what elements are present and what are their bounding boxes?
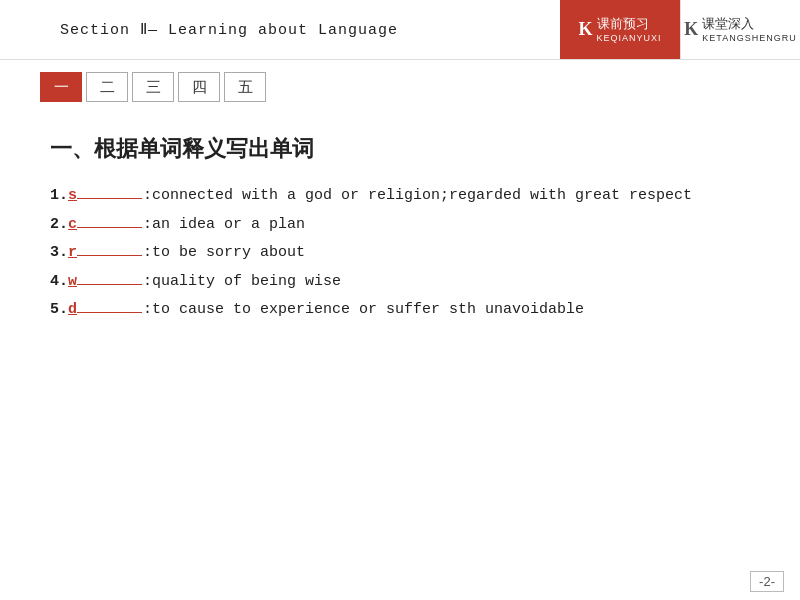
btn-left-sub: KEQIANYUXI	[597, 33, 662, 43]
question-number: 4.	[50, 268, 68, 297]
question-blank	[77, 298, 142, 313]
header: Section Ⅱ— Learning about Language K 课前预…	[0, 0, 800, 60]
question-number: 3.	[50, 239, 68, 268]
tab-item-四[interactable]: 四	[178, 72, 220, 102]
question-list: 1.s:connected with a god or religion;reg…	[50, 182, 750, 325]
k-right-icon: K	[684, 19, 698, 40]
main-content: 一、根据单词释义写出单词 1.s:connected with a god or…	[0, 114, 800, 345]
k-left-icon: K	[578, 19, 592, 40]
btn-right-main: 课堂深入	[702, 16, 754, 32]
question-definition: :to cause to experience or suffer sth un…	[143, 296, 584, 325]
question-number: 5.	[50, 296, 68, 325]
ketangshengru-button[interactable]: K 课堂深入 KETANGSHENGRU	[680, 0, 800, 59]
tab-item-二[interactable]: 二	[86, 72, 128, 102]
question-blank	[77, 184, 142, 199]
question-letter: w	[68, 268, 77, 297]
question-definition: :connected with a god or religion;regard…	[143, 182, 692, 211]
question-number: 2.	[50, 211, 68, 240]
question-letter: d	[68, 296, 77, 325]
header-title: Section Ⅱ— Learning about Language	[0, 0, 560, 59]
tab-bar: 一二三四五	[0, 60, 800, 114]
btn-right-text: 课堂深入 KETANGSHENGRU	[702, 16, 796, 43]
question-blank	[77, 213, 142, 228]
question-definition: :quality of being wise	[143, 268, 341, 297]
btn-left-main: 课前预习	[597, 16, 649, 32]
question-blank	[77, 241, 142, 256]
page-number: -2-	[750, 571, 784, 592]
tab-item-三[interactable]: 三	[132, 72, 174, 102]
section-heading: 一、根据单词释义写出单词	[50, 134, 750, 164]
keqianyuxi-button[interactable]: K 课前预习 KEQIANYUXI	[560, 0, 680, 59]
question-item: 4.w:quality of being wise	[50, 268, 750, 297]
question-number: 1.	[50, 182, 68, 211]
question-item: 5.d:to cause to experience or suffer sth…	[50, 296, 750, 325]
question-letter: c	[68, 211, 77, 240]
btn-left-text: 课前预习 KEQIANYUXI	[597, 16, 662, 43]
question-definition: :an idea or a plan	[143, 211, 305, 240]
question-letter: r	[68, 239, 77, 268]
question-item: 2.c:an idea or a plan	[50, 211, 750, 240]
question-letter: s	[68, 182, 77, 211]
question-item: 1.s:connected with a god or religion;reg…	[50, 182, 750, 211]
section-title-text: Section Ⅱ— Learning about Language	[60, 20, 398, 39]
btn-right-sub: KETANGSHENGRU	[702, 33, 796, 43]
question-item: 3.r:to be sorry about	[50, 239, 750, 268]
question-definition: :to be sorry about	[143, 239, 305, 268]
tab-item-一[interactable]: 一	[40, 72, 82, 102]
tab-item-五[interactable]: 五	[224, 72, 266, 102]
question-blank	[77, 270, 142, 285]
